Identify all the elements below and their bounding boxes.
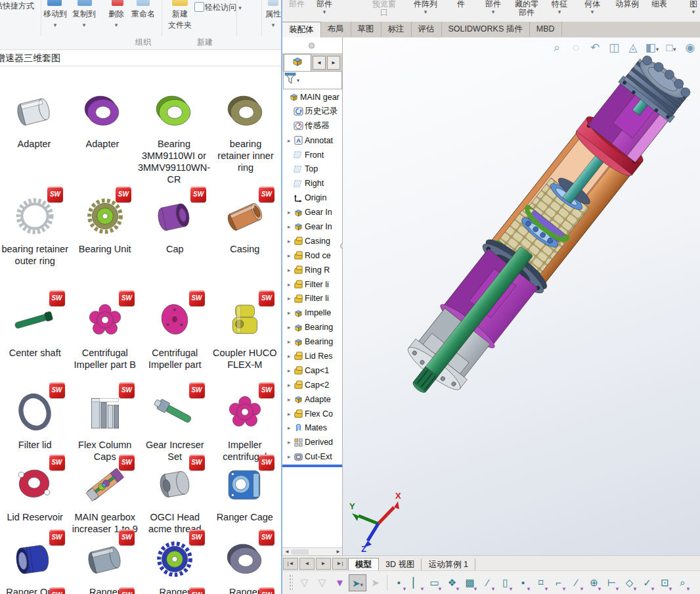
tree-item-bearing[interactable]: ▸ Bearing bbox=[282, 320, 343, 334]
properties-button[interactable]: 属性 bbox=[265, 9, 281, 29]
filter-lines-button[interactable]: ▏▼ bbox=[408, 574, 426, 591]
tree-item--[interactable]: 历史记录 bbox=[282, 104, 343, 119]
tree-item-ring-r[interactable]: ▸ Ring R bbox=[282, 263, 343, 277]
expand-arrow-icon[interactable]: ▸ bbox=[288, 137, 294, 144]
tree-item-filter-li[interactable]: ▸ Filter li bbox=[282, 277, 343, 292]
dropdown-caret-icon[interactable] bbox=[689, 9, 697, 14]
tab-nav-button[interactable]: |◄ bbox=[283, 558, 298, 570]
tab-装配体[interactable]: 装配体 bbox=[282, 22, 321, 37]
expand-arrow-icon[interactable]: ▸ bbox=[288, 411, 294, 417]
expand-arrow-icon[interactable]: ▸ bbox=[288, 281, 294, 288]
file-item[interactable]: SW Coupler HUCO FLEX-M bbox=[210, 301, 280, 393]
tree-item-mates[interactable]: ▸ Mates bbox=[282, 421, 343, 435]
smart-fasteners-button[interactable]: 件 bbox=[457, 0, 465, 9]
toggle-selection-filters-button[interactable]: ▼ bbox=[331, 574, 349, 591]
expand-arrow-icon[interactable]: ▸ bbox=[288, 353, 294, 359]
file-item[interactable]: SW Flex Column Caps bbox=[70, 393, 141, 465]
filter-sketch-segments-button[interactable]: ⌑▼ bbox=[532, 574, 550, 591]
filter-planes-button[interactable]: ▯▼ bbox=[496, 574, 514, 591]
filter-surfaces-button[interactable]: ❖▼ bbox=[443, 574, 461, 591]
dropdown-caret-icon[interactable] bbox=[317, 9, 332, 14]
expand-arrow-icon[interactable]: ▸ bbox=[288, 309, 294, 316]
file-item[interactable]: SW Bearing Unit bbox=[70, 197, 141, 301]
file-item[interactable]: SW Adapter bbox=[68, 92, 137, 197]
tree-item-rod-ce[interactable]: ▸ Rod ce bbox=[282, 248, 343, 263]
viewport-3d[interactable]: ⌕◌↶◫◬◧□◉ bbox=[343, 37, 700, 555]
tree-horizontal-scrollbar[interactable]: ◄ ► bbox=[282, 547, 343, 555]
doc-tab-motion-study[interactable]: 运动算例 1 bbox=[422, 559, 475, 571]
tree-item-cap-1[interactable]: ▸ Cap<1 bbox=[282, 363, 343, 378]
tree-item-front[interactable]: Front bbox=[282, 148, 343, 162]
file-item[interactable]: SW bearing retainer inner ring bbox=[211, 92, 280, 197]
scroll-right-icon[interactable]: ► bbox=[336, 549, 341, 555]
dropdown-caret-icon[interactable] bbox=[552, 9, 567, 14]
file-item[interactable]: SW Ranger bbox=[210, 540, 280, 594]
tab-nav-button[interactable]: ► bbox=[316, 558, 331, 570]
expand-arrow-icon[interactable]: ▸ bbox=[288, 324, 294, 331]
expand-arrow-icon[interactable]: ▸ bbox=[288, 382, 294, 388]
tree-item-casing[interactable]: ▸ Casing bbox=[282, 234, 343, 248]
magnified-selection-button[interactable]: ⌕▼ bbox=[674, 574, 691, 591]
doc-tab-3d-views[interactable]: 3D 视图 bbox=[379, 559, 422, 571]
filter-sketch-points-button[interactable]: ▪▼ bbox=[514, 574, 532, 591]
tab-SOLIDWORKS 插件[interactable]: SOLIDWORKS 插件 bbox=[442, 22, 530, 37]
expand-arrow-icon[interactable]: ▸ bbox=[288, 252, 294, 259]
tree-item--[interactable]: 传感器 bbox=[282, 119, 343, 133]
file-item[interactable]: SW Ranger Outer bbox=[0, 540, 70, 594]
file-item[interactable]: SW Filter lid bbox=[0, 393, 70, 465]
tree-item-flex-co[interactable]: ▸ Flex Co bbox=[282, 407, 343, 421]
tree-item-right[interactable]: Right bbox=[282, 176, 343, 191]
filter-centerlines-button[interactable]: ∕▼ bbox=[567, 574, 585, 591]
filter-midpoints-button[interactable]: ⌐▼ bbox=[550, 574, 567, 591]
file-item[interactable]: SW Centrifugal Impeller part bbox=[140, 301, 210, 393]
tree-item-cap-2[interactable]: ▸ Cap<2 bbox=[282, 378, 343, 392]
expand-arrow-icon[interactable]: ▸ bbox=[288, 238, 294, 244]
filter-faces-button[interactable]: ▭▼ bbox=[426, 574, 443, 591]
tab-scroll-left[interactable]: ◄ bbox=[313, 56, 326, 70]
file-item[interactable]: SW Ranger Cage bbox=[210, 465, 280, 540]
tree-filter-box[interactable]: ▾ bbox=[283, 71, 342, 89]
paste-shortcut-button[interactable]: 贴快捷方式 bbox=[0, 1, 34, 12]
component-pattern-button[interactable]: 件阵列 bbox=[414, 0, 437, 14]
rename-button[interactable]: 重命名 bbox=[131, 9, 155, 20]
move-component-button[interactable]: 部件 bbox=[485, 0, 501, 14]
filter-origins-button[interactable]: ⊕▼ bbox=[585, 574, 603, 591]
file-item[interactable]: SW OGCI Head acme thread bbox=[140, 465, 210, 540]
dropdown-caret-icon[interactable] bbox=[485, 9, 501, 14]
file-item[interactable]: SW Center shaft bbox=[0, 301, 70, 393]
file-item[interactable]: SW Cap bbox=[140, 197, 210, 301]
tab-nav-button[interactable]: ►| bbox=[332, 558, 347, 570]
dropdown-caret-icon[interactable] bbox=[361, 578, 364, 589]
scroll-left-icon[interactable]: ◄ bbox=[284, 549, 290, 555]
assembly-features-button[interactable]: 特征 bbox=[552, 0, 567, 14]
insert-components-button[interactable]: 部件 bbox=[289, 0, 305, 9]
show-hidden-components-button[interactable]: 藏的零部件 bbox=[515, 0, 538, 17]
filter-points-button[interactable]: •▼ bbox=[390, 574, 408, 591]
reference-geometry-button[interactable]: 何体 bbox=[584, 0, 600, 14]
tab-草图[interactable]: 草图 bbox=[351, 22, 382, 37]
feature-manager-tab[interactable] bbox=[284, 54, 311, 72]
expand-arrow-icon[interactable]: ▸ bbox=[288, 396, 294, 403]
file-item[interactable]: SW Gear Increser Set bbox=[140, 393, 210, 465]
filter-vertices-button[interactable]: ▽ bbox=[295, 574, 313, 591]
tree-item-gear-in[interactable]: ▸ Gear In bbox=[282, 205, 343, 219]
tab-评估[interactable]: 评估 bbox=[412, 22, 442, 37]
expand-arrow-icon[interactable]: ▸ bbox=[288, 295, 294, 302]
scroll-thumb[interactable] bbox=[292, 549, 309, 555]
assembly-3d-model[interactable] bbox=[343, 37, 700, 555]
tree-item-impelle[interactable]: ▸ Impelle bbox=[282, 306, 343, 320]
address-bar[interactable]: 增速器三维套图 bbox=[0, 50, 282, 66]
tree-item-origin[interactable]: Origin bbox=[282, 191, 343, 205]
rollback-bar[interactable] bbox=[282, 465, 343, 467]
tab-布局[interactable]: 布局 bbox=[321, 22, 351, 37]
file-item[interactable]: SW Lid Reservoir bbox=[0, 465, 70, 540]
panel-splitter-grip[interactable] bbox=[309, 43, 315, 49]
tab-标注[interactable]: 标注 bbox=[382, 22, 412, 37]
preview-window-button[interactable]: 预览窗口 bbox=[372, 0, 396, 17]
tree-item-lid-res[interactable]: ▸ Lid Res bbox=[282, 349, 343, 363]
file-item[interactable]: SW Centrifugal Impeller part B bbox=[70, 301, 141, 393]
file-item[interactable]: SW Adapter bbox=[0, 92, 68, 197]
file-item[interactable]: SW Bearing 3MM9110WI or 3MMV99110WN-CR bbox=[137, 92, 211, 197]
file-item[interactable]: SW Ranger bbox=[140, 540, 210, 594]
dropdown-caret-icon[interactable] bbox=[584, 9, 600, 14]
